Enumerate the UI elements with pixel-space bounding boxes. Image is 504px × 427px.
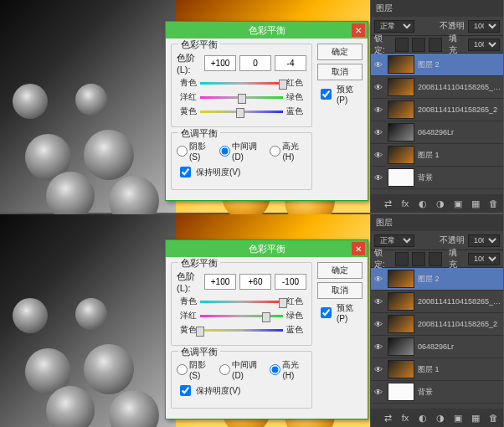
- folder-icon[interactable]: ▣: [452, 198, 464, 209]
- adjustment-icon[interactable]: ◑: [435, 198, 446, 209]
- visibility-icon[interactable]: 👁: [373, 172, 384, 183]
- layer-name: 20081141104158265_2 副本: [418, 82, 501, 93]
- visibility-icon[interactable]: 👁: [373, 81, 384, 93]
- lock-label: 锁定:: [374, 33, 392, 56]
- tone-radio[interactable]: 中间调(D): [219, 359, 263, 380]
- level-input-3[interactable]: [275, 55, 306, 71]
- tone-radio[interactable]: 阴影(S): [177, 141, 213, 162]
- visibility-icon[interactable]: 👁: [373, 126, 384, 138]
- layer-row[interactable]: 👁 20081141104158265_2 副本: [371, 291, 503, 313]
- trash-icon[interactable]: 🗑: [487, 198, 499, 209]
- rose-image: [13, 298, 48, 333]
- layer-row[interactable]: 👁 图层 1: [371, 358, 503, 381]
- blend-mode-select[interactable]: 正常: [374, 234, 414, 247]
- visibility-icon[interactable]: 👁: [373, 318, 384, 330]
- tone-radio[interactable]: 中间调(D): [219, 141, 263, 162]
- color-slider[interactable]: [200, 80, 283, 86]
- layer-name: 图层 1: [418, 150, 501, 161]
- opacity-label: 不透明: [440, 234, 465, 246]
- preserve-luminosity-check[interactable]: 保持明度(V): [177, 164, 306, 180]
- levels-label: 色阶(L):: [177, 270, 201, 293]
- new-layer-icon[interactable]: ▦: [470, 198, 481, 209]
- group-label: 色调平衡: [178, 127, 220, 140]
- preview-check[interactable]: 预览(P): [317, 84, 363, 105]
- layer-thumbnail: [388, 100, 414, 119]
- layer-row[interactable]: 👁 背景: [371, 167, 503, 189]
- lock-position-icon[interactable]: [412, 38, 425, 52]
- level-input-2[interactable]: [239, 55, 271, 71]
- color-slider[interactable]: [200, 327, 283, 333]
- fill-select[interactable]: 100%: [468, 253, 500, 265]
- cancel-button[interactable]: 取消: [317, 64, 363, 80]
- visibility-icon[interactable]: 👁: [373, 296, 384, 307]
- panel-tab[interactable]: 图层: [376, 3, 393, 14]
- fill-select[interactable]: 100%: [468, 39, 500, 51]
- opacity-select[interactable]: 100%: [468, 234, 500, 247]
- lock-pixels-icon[interactable]: [395, 252, 409, 266]
- visibility-icon[interactable]: 👁: [373, 149, 384, 161]
- color-slider[interactable]: [200, 94, 283, 100]
- lock-position-icon[interactable]: [412, 252, 425, 266]
- opacity-label: 不透明: [440, 20, 465, 32]
- fx-icon[interactable]: fx: [399, 198, 411, 209]
- slider-right-label: 红色: [286, 77, 306, 89]
- layer-row[interactable]: 👁 20081141104158265_2 副本: [371, 76, 503, 99]
- layer-row[interactable]: 👁 0648296Lr: [371, 121, 503, 144]
- layer-row[interactable]: 👁 背景: [371, 381, 503, 404]
- slider-left-label: 洋红: [177, 91, 197, 103]
- tone-radio[interactable]: 高光(H): [270, 141, 306, 162]
- panel-tab[interactable]: 图层: [376, 217, 393, 229]
- lock-all-icon[interactable]: [429, 252, 442, 266]
- dialog-titlebar[interactable]: 色彩平衡 ✕: [166, 22, 368, 39]
- link-icon[interactable]: ⇄: [382, 412, 393, 424]
- layer-thumbnail: [388, 78, 414, 96]
- visibility-icon[interactable]: 👁: [373, 386, 384, 398]
- level-input-1[interactable]: [204, 55, 236, 71]
- visibility-icon[interactable]: 👁: [373, 104, 384, 116]
- visibility-icon[interactable]: 👁: [373, 363, 384, 375]
- level-input-1[interactable]: [204, 274, 236, 290]
- tone-radio[interactable]: 阴影(S): [177, 359, 213, 380]
- slider-left-label: 青色: [177, 296, 197, 307]
- dialog-titlebar[interactable]: 色彩平衡 ✕: [166, 240, 368, 257]
- close-icon[interactable]: ✕: [352, 242, 365, 255]
- layer-row[interactable]: 👁 0648296Lr: [371, 336, 503, 358]
- cancel-button[interactable]: 取消: [317, 282, 363, 299]
- layer-row[interactable]: 👁 20081141104158265_2: [371, 99, 503, 121]
- lock-all-icon[interactable]: [429, 38, 442, 52]
- fill-label: 填充: [449, 33, 465, 56]
- layer-row[interactable]: 👁 图层 2: [371, 268, 503, 291]
- visibility-icon[interactable]: 👁: [373, 273, 384, 285]
- preserve-luminosity-check[interactable]: 保持明度(V): [177, 383, 306, 399]
- layer-name: 0648296Lr: [418, 128, 501, 136]
- color-slider[interactable]: [200, 298, 283, 305]
- preview-check[interactable]: 预览(P): [317, 302, 363, 323]
- new-layer-icon[interactable]: ▦: [470, 412, 481, 424]
- mask-icon[interactable]: ◐: [417, 198, 429, 209]
- close-icon[interactable]: ✕: [352, 23, 365, 37]
- slider-left-label: 洋红: [177, 310, 197, 322]
- ok-button[interactable]: 确定: [317, 44, 363, 60]
- level-input-3[interactable]: [275, 274, 306, 290]
- level-input-2[interactable]: [239, 274, 271, 290]
- layer-name: 20081141104158265_2: [418, 105, 501, 114]
- layer-row[interactable]: 👁 20081141104158265_2: [371, 313, 503, 336]
- visibility-icon[interactable]: 👁: [373, 341, 384, 352]
- opacity-select[interactable]: 100%: [468, 20, 500, 33]
- color-slider[interactable]: [200, 108, 283, 115]
- layer-row[interactable]: 👁 图层 2: [371, 54, 503, 76]
- visibility-icon[interactable]: 👁: [373, 59, 384, 70]
- mask-icon[interactable]: ◐: [417, 412, 429, 424]
- fx-icon[interactable]: fx: [399, 412, 411, 424]
- adjustment-icon[interactable]: ◑: [435, 412, 446, 424]
- ok-button[interactable]: 确定: [317, 262, 363, 279]
- blend-mode-select[interactable]: 正常: [374, 20, 414, 33]
- link-icon[interactable]: ⇄: [382, 198, 393, 209]
- tone-radio[interactable]: 高光(H): [270, 359, 306, 380]
- folder-icon[interactable]: ▣: [452, 412, 464, 424]
- color-slider[interactable]: [200, 312, 283, 319]
- trash-icon[interactable]: 🗑: [487, 412, 499, 424]
- layer-thumbnail: [388, 315, 414, 333]
- layer-row[interactable]: 👁 图层 1: [371, 144, 503, 167]
- lock-pixels-icon[interactable]: [395, 38, 409, 52]
